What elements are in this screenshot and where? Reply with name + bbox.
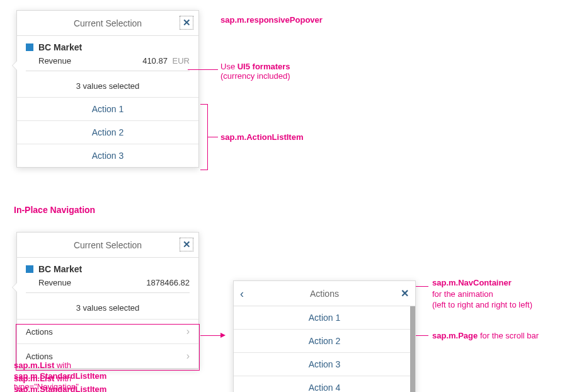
annotation-nav-container: sap.m.NavContainer for the animation (le… — [432, 277, 532, 311]
annotation-action-list-item: sap.m.ActionListItem — [220, 132, 303, 142]
popover-current-selection-1: Current Selection ✕ BC Market Revenue 41… — [16, 10, 199, 168]
connector-line — [208, 137, 218, 137]
nav-list-item[interactable]: Actions › — [17, 320, 198, 344]
annotation-list: sap.m.List with sap.m.StandardListItem t… — [14, 360, 106, 392]
annotation-formatters: Use UI5 formaters (currency included) — [220, 62, 290, 81]
annotation-text: type="Navigation" — [14, 382, 79, 391]
popover-content: BC Market Revenue 410.87 EUR — [17, 36, 198, 75]
revenue-value: 1878466.82 — [146, 278, 190, 287]
close-icon[interactable]: ✕ — [401, 287, 409, 299]
legend-color-icon — [26, 43, 33, 51]
actions-title: Actions — [310, 289, 339, 299]
annotation-text: sap.m.responsivePopover — [220, 15, 323, 25]
annotation-page-scroll: sap.m.Page for the scroll bar — [432, 331, 539, 340]
scrollbar[interactable] — [410, 306, 415, 392]
market-row: BC Market — [26, 264, 190, 274]
actions-page-popover: ‹ Actions ✕ Action 1 Action 2 Action 3 A… — [233, 280, 416, 392]
connector-line — [188, 69, 218, 70]
action-list-item[interactable]: Action 3 — [234, 353, 415, 376]
annotation-text: for the scroll bar — [478, 331, 539, 340]
action-list-item[interactable]: Action 1 — [17, 98, 198, 121]
annotation-text: Use — [220, 62, 238, 71]
annotation-text: sap.m.ActionListItem — [220, 132, 303, 142]
annotation-text: sap.m.NavContainer — [432, 278, 512, 287]
revenue-row: Revenue 410.87 EUR — [26, 52, 190, 71]
connector-line — [416, 335, 428, 336]
popover-title: Current Selection — [74, 240, 142, 250]
nav-item-label: Actions — [26, 352, 53, 361]
action-list-item[interactable]: Action 2 — [17, 121, 198, 144]
nav-item-label: Actions — [26, 327, 53, 337]
section-heading-in-place: In-Place Navigation — [14, 205, 95, 215]
popover-pointer — [13, 61, 17, 70]
legend-color-icon — [26, 265, 33, 273]
market-name: BC Market — [38, 264, 82, 274]
revenue-value: 410.87 — [142, 56, 168, 66]
market-row: BC Market — [26, 42, 190, 52]
actions-body: Action 1 Action 2 Action 3 Action 4 — [234, 306, 415, 392]
popover-title: Current Selection — [74, 18, 142, 28]
popover-current-selection-2: Current Selection ✕ BC Market Revenue 18… — [16, 232, 199, 369]
chevron-right-icon: › — [186, 350, 190, 362]
annotation-text-bold: UI5 formaters — [238, 62, 290, 71]
back-icon[interactable]: ‹ — [240, 287, 244, 301]
revenue-label: Revenue — [38, 56, 71, 66]
connector-arrow-line — [200, 335, 220, 336]
annotation-text: sap.m.Page — [432, 331, 478, 340]
annotation-responsive-popover: sap.m.responsivePopover — [220, 15, 323, 25]
actions-header: ‹ Actions ✕ — [234, 281, 415, 306]
revenue-currency: EUR — [173, 56, 190, 66]
annotation-text: with — [54, 360, 71, 370]
values-selected: 3 values selected — [17, 75, 198, 98]
popover-pointer — [13, 283, 17, 292]
close-icon[interactable]: ✕ — [180, 16, 193, 30]
action-list-item[interactable]: Action 4 — [234, 376, 415, 392]
annotation-text: (left to right and right to left) — [432, 300, 532, 309]
chevron-right-icon: › — [186, 326, 190, 337]
revenue-label: Revenue — [38, 278, 71, 287]
action-list-item[interactable]: Action 2 — [234, 330, 415, 353]
action-list-item[interactable]: Action 1 — [234, 306, 415, 330]
popover-header: Current Selection ✕ — [17, 233, 198, 258]
annotation-text: for the animation — [432, 289, 493, 299]
popover-header: Current Selection ✕ — [17, 11, 198, 36]
arrowhead-icon — [220, 333, 226, 338]
annotation-text: (currency included) — [220, 71, 290, 81]
close-icon[interactable]: ✕ — [180, 238, 193, 251]
connector-line — [416, 286, 428, 287]
annotation-text: sap.m.StandardListItem — [14, 371, 106, 381]
market-name: BC Market — [38, 42, 82, 52]
popover-content: BC Market Revenue 1878466.82 — [17, 258, 198, 297]
revenue-value-wrap: 410.87 EUR — [142, 56, 190, 66]
annotation-bracket — [200, 104, 208, 170]
action-list-item[interactable]: Action 3 — [17, 144, 198, 167]
revenue-row: Revenue 1878466.82 — [26, 274, 190, 293]
values-selected: 3 values selected — [17, 297, 198, 320]
annotation-text: sap.m.List — [14, 360, 54, 370]
